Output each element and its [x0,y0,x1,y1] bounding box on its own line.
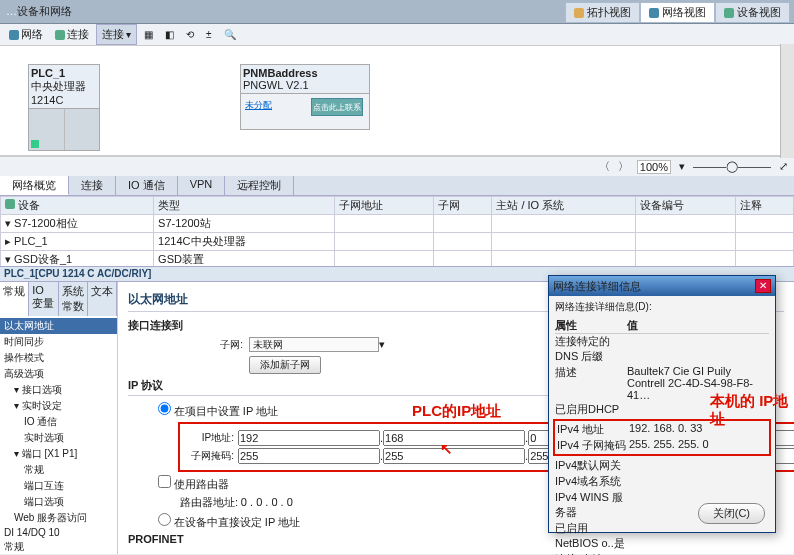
prop-ipv4-wins: IPv4 WINS 服务器 [555,490,627,520]
prop-ipv4-mask: IPv4 子网掩码 [557,438,629,453]
col-master[interactable]: 主站 / IO 系统 [492,197,636,215]
mask-oct2[interactable] [383,448,525,464]
ip-oct1[interactable] [238,430,380,446]
col-subaddr[interactable]: 子网地址 [334,197,433,215]
tree-port-x1p1[interactable]: ▾ 端口 [X1 P1] [0,446,117,462]
dev2-name: PNMBaddress [243,67,318,79]
tree-port-interconnect[interactable]: 端口互连 [0,478,117,494]
subnet-dropdown-icon[interactable]: ▾ [379,338,385,351]
tb-icon-4[interactable]: ± [201,27,217,42]
dialog-title: 网络连接详细信息 [553,279,641,294]
tab-net-overview[interactable]: 网络概览 [0,176,69,195]
tab-io-comm[interactable]: IO 通信 [116,176,178,195]
radio-set-in-device[interactable] [158,513,171,526]
section-interface-connect: 接口连接到 [128,319,183,331]
sidetab-sysconst[interactable]: 系统常数 [59,282,88,316]
tree-port-general[interactable]: 常规 [0,462,117,478]
radio-set-in-device-label: 在设备中直接设定 IP 地址 [174,516,300,528]
tb-network[interactable]: 网络 [4,25,48,44]
prop-ipv4-gw: IPv4默认网关 [555,458,627,473]
mid-tabset: 网络概览 连接 IO 通信 VPN 远程控制 [0,176,794,196]
tree-rt-opts[interactable]: 实时选项 [0,430,117,446]
properties-sidebar: 常规 IO 变量 系统常数 文本 以太网地址 时间同步 操作模式 高级选项 ▾ … [0,282,118,554]
tree-op-mode[interactable]: 操作模式 [0,350,117,366]
tree-ethernet-addr[interactable]: 以太网地址 [0,318,117,334]
zoom-field[interactable]: 100% [637,160,671,174]
port-icon[interactable] [31,140,39,148]
dialog-close-button[interactable]: 关闭(C) [698,503,765,524]
tree-general2[interactable]: 常规 [0,539,117,554]
sidetab-iovar[interactable]: IO 变量 [29,282,58,316]
network-canvas[interactable]: PLC_1中央处理器1214C PNMBaddressPNGWL V2.1 未分… [0,46,794,156]
tab-connections[interactable]: 连接 [69,176,116,195]
canvas-scroll-v[interactable] [780,44,794,158]
ip-label: IP地址: [188,431,234,445]
prop-ipv4-addr: IPv4 地址 [557,422,629,437]
zoom-dropdown-icon[interactable]: ▾ [679,160,685,173]
prop-dhcp: 已启用DHCP [555,402,627,417]
tree-di14dq10[interactable]: DI 14/DQ 10 [0,526,117,539]
tree-port-opts[interactable]: 端口选项 [0,494,117,510]
val-ipv4-dns [627,474,769,489]
col-devno[interactable]: 设备编号 [636,197,735,215]
nav-prev[interactable]: 〈 [599,159,610,174]
prop-netbios: 已启用NetBIOS o..是 [555,521,627,551]
mask-oct1[interactable] [238,448,380,464]
col-subnet[interactable]: 子网 [434,197,492,215]
tab-vpn[interactable]: VPN [178,176,226,195]
tree-rt-set[interactable]: ▾ 实时设定 [0,398,117,414]
tree-io-comm[interactable]: IO 通信 [0,414,117,430]
device-icon [724,8,734,18]
tree-adv-opts[interactable]: 高级选项 [0,366,117,382]
device-plc1[interactable]: PLC_1中央处理器1214C [28,64,100,151]
link-icon [55,30,65,40]
table-row[interactable]: ▾ S7-1200相位S7-1200站 [1,215,794,233]
tab-network[interactable]: 网络视图 [640,2,715,23]
ip-oct2[interactable] [383,430,525,446]
properties-tree[interactable]: 以太网地址 时间同步 操作模式 高级选项 ▾ 接口选项 ▾ 实时设定 IO 通信… [0,316,117,554]
dev2-label-box[interactable]: 点击此上联系 [311,98,363,116]
tb-icon-2[interactable]: ◧ [160,27,179,42]
col-comment[interactable]: 注释 [735,197,793,215]
router-checkbox[interactable] [158,475,171,488]
tree-webserver[interactable]: Web 服务器访问 [0,510,117,526]
annotation-local-ip: 本机的 IP地址 [710,392,794,428]
tab-remote[interactable]: 远程控制 [225,176,294,195]
dev2-desc: PNGWL V2.1 [243,79,309,91]
dev2-unassigned-link[interactable]: 未分配 [245,100,272,110]
col-type[interactable]: 类型 [154,197,335,215]
window-title: …设备和网络 [6,4,72,19]
tb-icon-5[interactable]: 🔍 [219,27,241,42]
col-device[interactable]: 设备 [1,197,154,215]
maximize-icon[interactable]: ⤢ [779,160,788,173]
add-subnet-button[interactable]: 添加新子网 [249,356,321,374]
dev1-name: PLC_1 [31,67,65,79]
nav-next[interactable]: 〉 [618,159,629,174]
tab-device[interactable]: 设备视图 [715,2,790,23]
tb-icon-3[interactable]: ⟲ [181,27,199,42]
tree-if-opts[interactable]: ▾ 接口选项 [0,382,117,398]
radio-set-in-project[interactable] [158,402,171,415]
canvas-toolbar: 网络 连接 连接 ▾ ▦ ◧ ⟲ ± 🔍 [0,24,794,46]
dialog-subtitle: 网络连接详细信息(D): [555,300,769,314]
table-row[interactable]: ▸ PLC_11214C中央处理器 [1,233,794,251]
val-dns-suffix [627,334,769,364]
subnet-label: 子网: [188,338,243,352]
view-tab-group: 拓扑视图 网络视图 设备视图 [565,2,790,23]
subnet-field[interactable] [249,337,379,352]
router-addr-label: 路由器地址: [180,496,238,508]
tree-time-sync[interactable]: 时间同步 [0,334,117,350]
sidetab-text[interactable]: 文本 [88,282,117,316]
sidetab-general[interactable]: 常规 [0,282,29,316]
tb-connect1[interactable]: 连接 [50,25,94,44]
tab-topology[interactable]: 拓扑视图 [565,2,640,23]
prop-dns-suffix: 连接特定的 DNS 后缀 [555,334,627,364]
table-row[interactable]: ▾ GSD设备_1GSD装置 [1,251,794,267]
dialog-close-icon[interactable]: ✕ [755,279,771,293]
device-pnmb[interactable]: PNMBaddressPNGWL V2.1 未分配 点击此上联系 [240,64,370,130]
device-grid[interactable]: 设备 类型 子网地址 子网 主站 / IO 系统 设备编号 注释 ▾ S7-12… [0,196,794,266]
tb-connect-dropdown[interactable]: 连接 ▾ [96,24,137,45]
annotation-plc-ip: PLC的IP地址 [412,402,501,421]
tb-icon-1[interactable]: ▦ [139,27,158,42]
grid-icon [5,199,15,209]
